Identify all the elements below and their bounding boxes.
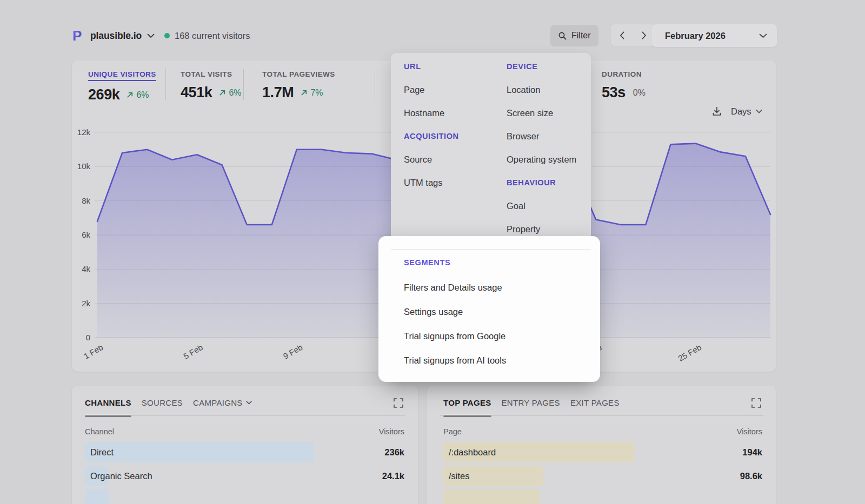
filter-menu-entry[interactable]: DEVICE: [507, 60, 576, 73]
filter-menu-right-column: DEVICELocationScreen sizeBrowserOperatin…: [507, 60, 576, 246]
filter-menu-entry[interactable]: Browser: [507, 130, 576, 143]
stat-change: 6%: [126, 90, 149, 100]
filter-menu-left-column: URLPageHostnameACQUISITIONSourceUTM tags: [404, 60, 459, 199]
table-row[interactable]: Organic Search 24.1k: [85, 466, 404, 486]
search-icon: [558, 31, 567, 41]
trend-up-icon: [218, 89, 227, 97]
stat-label: TOTAL VISITS: [181, 70, 232, 78]
plausible-logo-icon: P: [72, 29, 85, 43]
filter-menu-entry[interactable]: UTM tags: [404, 176, 459, 189]
stat-unique-visitors[interactable]: UNIQUE VISITORS 269k 6%: [88, 69, 156, 103]
table-row[interactable]: /sites 98.6k: [443, 466, 762, 486]
stat-divider: [243, 69, 244, 100]
stat-value: 269k: [88, 86, 119, 103]
panel-tab[interactable]: TOP PAGES: [443, 398, 491, 416]
row-value: 24.1k: [382, 466, 404, 486]
table-header: Channel Visitors: [85, 427, 404, 436]
stat-change: 6%: [218, 88, 241, 98]
date-range-picker[interactable]: February 2026: [652, 24, 777, 47]
pages-panel: TOP PAGES ENTRY PAGES EXIT PAGES Page Vi…: [427, 386, 776, 504]
row-name: Direct: [90, 442, 114, 462]
panel-tab[interactable]: SOURCES: [142, 398, 183, 416]
segment-item[interactable]: Filters and Details usage: [404, 281, 506, 293]
row-value: 236k: [384, 442, 404, 462]
filter-menu-entry[interactable]: Location: [507, 83, 576, 96]
row-value: 194k: [742, 442, 762, 462]
segments-section: SEGMENTS Filters and Details usageSettin…: [378, 236, 600, 382]
site-switcher[interactable]: P plausible.io: [72, 27, 155, 44]
filter-menu-entry[interactable]: Source: [404, 153, 459, 166]
interval-dropdown[interactable]: Days: [731, 106, 762, 117]
filter-menu-entry[interactable]: Hostname: [404, 106, 459, 119]
sources-panel-tabs: CHANNELS SOURCES CAMPAIGNS: [85, 398, 252, 416]
trend-up-icon: [126, 91, 134, 99]
stat-total-visits[interactable]: TOTAL VISITS 451k 6%: [181, 69, 242, 101]
trend-up-icon: [300, 89, 308, 97]
stat-label: DURATION: [602, 70, 642, 78]
date-range-label: February 2026: [665, 31, 726, 41]
row-name: /:dashboard: [449, 442, 496, 462]
tabs-divider: [440, 415, 763, 416]
pages-panel-tabs: TOP PAGES ENTRY PAGES EXIT PAGES: [443, 398, 620, 416]
segment-item[interactable]: Trial signups from Google: [404, 330, 506, 342]
filter-menu-entry[interactable]: Operating system: [507, 153, 576, 166]
stat-change: 7%: [300, 88, 323, 98]
chevron-down-icon: [147, 33, 155, 38]
panel-tab[interactable]: CAMPAIGNS: [193, 398, 252, 416]
stat-total-pageviews[interactable]: TOTAL PAGEVIEWS 1.7M 7%: [262, 69, 335, 101]
date-nav: [611, 24, 655, 46]
stat-label: UNIQUE VISITORS: [88, 70, 156, 81]
name-column-header: Channel: [85, 427, 114, 436]
filter-menu-entry[interactable]: Page: [404, 83, 459, 96]
panel-tab[interactable]: ENTRY PAGES: [502, 398, 560, 416]
filter-menu-entry[interactable]: ACQUISITION: [404, 130, 459, 143]
site-name: plausible.io: [90, 30, 142, 42]
value-column-header: Visitors: [379, 427, 404, 436]
stat-divider: [165, 69, 166, 100]
filter-menu-entry[interactable]: Property: [507, 223, 576, 236]
stat-value: 451k: [181, 84, 212, 101]
segment-item[interactable]: Trial signups from AI tools: [404, 354, 506, 366]
table-row[interactable]: /:dashboard 194k: [443, 442, 762, 462]
filter-button[interactable]: Filter: [550, 25, 598, 46]
segment-item[interactable]: Settings usage: [404, 306, 506, 318]
chevron-down-icon: [759, 33, 767, 38]
chevron-down-icon: [756, 109, 762, 113]
segments-header: SEGMENTS: [404, 257, 450, 268]
filter-menu-entry[interactable]: Goal: [507, 199, 576, 212]
segments-divider: [391, 249, 591, 250]
download-icon[interactable]: [711, 106, 722, 117]
current-visitors[interactable]: 168 current visitors: [164, 27, 250, 44]
previous-period-button[interactable]: [614, 24, 630, 46]
filter-menu-entry[interactable]: Screen size: [507, 106, 576, 119]
table-row[interactable]: [85, 489, 404, 504]
stat-change: 0%: [633, 88, 646, 98]
filter-menu-entry[interactable]: BEHAVIOUR: [507, 176, 576, 189]
filter-button-label: Filter: [571, 31, 591, 41]
stat-divider: [375, 69, 375, 100]
table-row[interactable]: [443, 489, 762, 504]
next-period-button[interactable]: [636, 24, 653, 46]
row-value: 98.6k: [740, 466, 762, 486]
expand-icon[interactable]: [393, 398, 405, 409]
panel-tab[interactable]: CHANNELS: [85, 398, 131, 416]
name-column-header: Page: [443, 427, 462, 436]
filter-menu-entry[interactable]: URL: [404, 60, 459, 73]
expand-icon[interactable]: [751, 398, 763, 409]
current-visitors-label: 168 current visitors: [175, 31, 250, 41]
svg-text:P: P: [72, 29, 82, 43]
stat-value: 53s: [602, 84, 626, 101]
panel-tab[interactable]: EXIT PAGES: [570, 398, 620, 416]
channels-table: Direct 236k Organic Search 24.1k: [85, 442, 404, 504]
chevron-down-icon: [246, 401, 252, 405]
chart-controls: Days: [711, 106, 762, 117]
value-bar: [443, 489, 540, 504]
interval-label: Days: [731, 106, 751, 117]
live-dot-icon: [164, 33, 170, 38]
stat-visit-duration[interactable]: DURATION 53s 0%: [602, 69, 646, 101]
value-column-header: Visitors: [737, 427, 762, 436]
table-row[interactable]: Direct 236k: [85, 442, 404, 462]
tabs-divider: [85, 415, 405, 416]
stat-label: TOTAL PAGEVIEWS: [262, 70, 335, 78]
stat-value: 1.7M: [262, 84, 294, 101]
